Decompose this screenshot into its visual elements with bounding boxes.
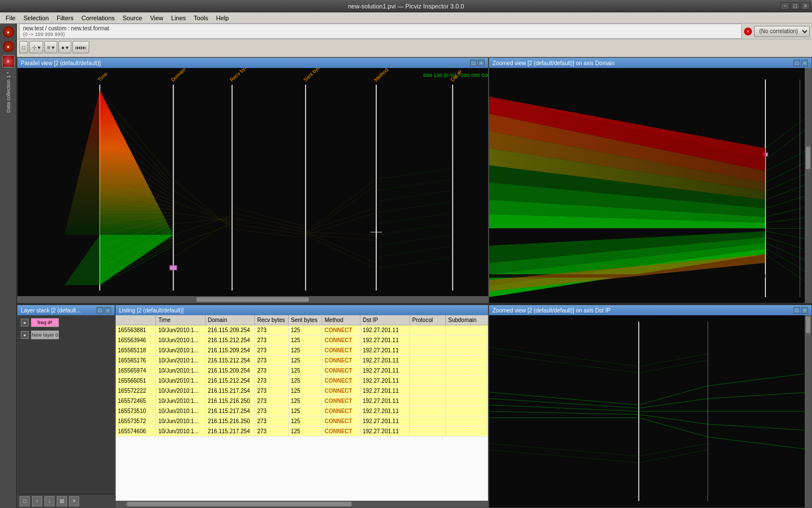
td-time: 10/Jun/2010:1... (156, 366, 206, 375)
dst-vscroll-thumb[interactable] (806, 316, 810, 333)
th-recv[interactable]: Recv bytes (255, 315, 289, 325)
layer-stack-content: ● freq IP ● New layer 0 (17, 315, 115, 494)
tool-new-btn[interactable]: □ (19, 41, 28, 53)
td-proto (410, 416, 446, 426)
layer-color-1[interactable]: New layer 0 (31, 330, 59, 339)
table-row[interactable]: 165573510 10/Jun/2010:1... 216.115.217.2… (116, 406, 488, 416)
tool-list-btn[interactable]: ≡ ▾ (44, 41, 57, 53)
tool-skip-btn[interactable]: ⏮⏭ (72, 41, 89, 53)
zoomed-dst-view: Zoomed view [2 (default/default)] on axi… (489, 305, 812, 508)
layer-item-1[interactable]: ● New layer 0 (19, 329, 113, 341)
zoomed-dst-controls[interactable]: □ × (793, 307, 808, 314)
footer-del-btn[interactable]: × (69, 496, 79, 506)
menu-view[interactable]: View (147, 14, 167, 22)
parallel-view-minimize[interactable]: □ (470, 60, 477, 66)
td-method: CONNECT (322, 346, 361, 355)
sidebar-btn-1[interactable]: ● (2, 26, 15, 38)
menu-tools[interactable]: Tools (190, 14, 212, 22)
zoomed-dst-close[interactable]: × (801, 307, 808, 314)
listing-scrollbar-thumb[interactable] (127, 502, 352, 506)
table-row[interactable]: 165572222 10/Jun/2010:1... 216.115.217.2… (116, 386, 488, 396)
td-proto (410, 346, 446, 355)
layer-eye-1[interactable]: ● (21, 331, 29, 339)
footer-down-btn[interactable]: ↓ (44, 496, 54, 506)
table-row[interactable]: 165573572 10/Jun/2010:1... 216.115.216.2… (116, 416, 488, 427)
table-row[interactable]: 165565118 10/Jun/2010:1... 216.115.209.2… (116, 346, 488, 356)
parallel-scrollbar-thumb[interactable] (197, 297, 309, 302)
th-time[interactable]: Time (156, 315, 206, 325)
zoomed-dst-vscroll[interactable] (805, 315, 811, 507)
layer-color-label-0: freq IP (38, 320, 53, 325)
tool-circle-btn[interactable]: ● ▾ (58, 41, 71, 53)
parallel-view-content: 694 130 (0 %) / 200 000 000 (17, 68, 488, 296)
table-row[interactable]: 165574606 10/Jun/2010:1... 216.115.217.2… (116, 427, 488, 437)
zoomed-domain-controls[interactable]: □ × (793, 60, 808, 66)
source-close-btn[interactable]: × (744, 28, 752, 35)
zoomed-dst-minimize[interactable]: □ (793, 307, 800, 314)
td-domain: 216.115.212.254 (206, 356, 255, 365)
menu-filters[interactable]: Filters (53, 14, 77, 22)
th-dstip[interactable]: Dst IP (361, 315, 410, 325)
zoomed-domain-svg (489, 68, 811, 303)
td-sub (446, 335, 488, 345)
table-header: Time Domain Recv bytes Sent bytes Method… (116, 315, 488, 325)
layer-stack-close[interactable]: × (104, 307, 111, 314)
footer-grid-btn[interactable]: ⊞ (57, 496, 67, 506)
th-sub[interactable]: Subdomain (446, 315, 488, 325)
td-domain: 216.115.212.254 (206, 335, 255, 345)
table-row[interactable]: 165572465 10/Jun/2010:1... 216.115.216.2… (116, 396, 488, 406)
sidebar-btn-3[interactable]: × (2, 55, 15, 67)
table-row[interactable]: 165563881 10/Jun/2010:1... 216.115.209.2… (116, 325, 488, 335)
minimize-btn[interactable]: − (781, 2, 790, 10)
menu-lines[interactable]: Lines (168, 14, 189, 22)
layer-color-0[interactable]: freq IP (31, 318, 59, 327)
table-body: 165563881 10/Jun/2010:1... 216.115.209.2… (116, 325, 488, 501)
table-row[interactable]: 165566051 10/Jun/2010:1... 216.115.212.2… (116, 376, 488, 386)
layer-item-0[interactable]: ● freq IP (19, 316, 113, 329)
th-domain[interactable]: Domain (206, 315, 255, 325)
top-toolbar: new.test / custom : new.test.format (0 -… (17, 24, 812, 57)
table-row[interactable]: 165565176 10/Jun/2010:1... 216.115.212.2… (116, 356, 488, 366)
th-sent[interactable]: Sent bytes (289, 315, 322, 325)
td-domain: 216.115.216.250 (206, 416, 255, 426)
td-sub (446, 416, 488, 426)
td-proto (410, 396, 446, 406)
parallel-view-controls[interactable]: □ × (470, 60, 485, 66)
menu-file[interactable]: File (2, 14, 19, 22)
menu-help[interactable]: Help (213, 14, 232, 22)
layer-stack-controls[interactable]: □ × (97, 307, 111, 314)
zoomed-dst-content (489, 315, 811, 507)
maximize-btn[interactable]: □ (791, 2, 800, 10)
menu-source[interactable]: Source (119, 14, 145, 22)
td-recv: 273 (255, 335, 289, 345)
td-dstip: 192.27.201.11 (361, 356, 410, 365)
menu-selection[interactable]: Selection (20, 14, 52, 22)
close-btn[interactable]: × (801, 2, 810, 10)
sidebar-btn-2[interactable]: ● (2, 40, 15, 53)
footer-up-btn[interactable]: ↑ (32, 496, 42, 506)
zoomed-domain-minimize[interactable]: □ (793, 60, 800, 66)
layer-eye-0[interactable]: ● (21, 319, 29, 326)
td-time: 10/Jun/2010:1... (156, 376, 206, 385)
tool-select-btn[interactable]: ⊹ ▾ (29, 41, 43, 53)
parallel-h-scrollbar[interactable] (17, 296, 488, 303)
correlation-dropdown[interactable]: (No correlation) (754, 26, 810, 37)
parallel-view-close[interactable]: × (478, 60, 485, 66)
td-domain: 216.115.209.254 (206, 366, 255, 375)
td-recv: 273 (255, 406, 289, 416)
zoomed-domain-vscroll[interactable] (805, 68, 811, 303)
vscroll-thumb[interactable] (806, 147, 810, 169)
window-controls[interactable]: − □ × (781, 2, 810, 10)
footer-new-btn[interactable]: □ (20, 496, 30, 506)
th-id[interactable] (116, 315, 156, 325)
menu-correlations[interactable]: Correlations (78, 14, 118, 22)
table-row[interactable]: 165563946 10/Jun/2010:1... 216.115.212.2… (116, 335, 488, 346)
td-dstip: 192.27.201.11 (361, 406, 410, 416)
zoomed-domain-close[interactable]: × (801, 60, 808, 66)
listing-h-scrollbar[interactable] (116, 501, 488, 507)
th-proto[interactable]: Protocol (410, 315, 446, 325)
table-row[interactable]: 165565974 10/Jun/2010:1... 216.115.209.2… (116, 366, 488, 376)
th-method[interactable]: Method (322, 315, 361, 325)
listing-content: Time Domain Recv bytes Sent bytes Method… (116, 315, 488, 507)
layer-stack-minimize[interactable]: □ (97, 307, 103, 314)
